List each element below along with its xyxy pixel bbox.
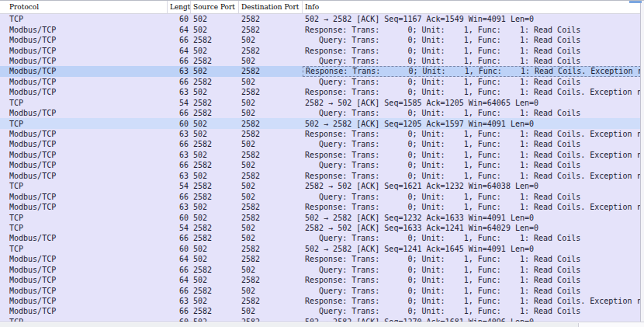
table-row[interactable]: Modbus/TCP 63 502 2582 Response: Trans: …	[0, 66, 641, 76]
table-row[interactable]: Modbus/TCP 66 2582 502 Query: Trans: 0; …	[0, 139, 641, 149]
cell-source-port: 502	[191, 14, 239, 24]
column-header-info[interactable]: Info	[303, 1, 641, 13]
cell-length: 66	[168, 306, 191, 316]
cell-source-port: 2582	[191, 98, 239, 108]
table-row[interactable]: Modbus/TCP 63 502 2582 Response: Trans: …	[0, 150, 641, 160]
table-row[interactable]: Modbus/TCP 66 2582 502 Query: Trans: 0; …	[0, 233, 641, 243]
cell-length: 54	[168, 223, 191, 233]
cell-destination-port: 502	[239, 181, 303, 191]
table-row[interactable]: Modbus/TCP 66 2582 502 Query: Trans: 0; …	[0, 77, 641, 87]
cell-protocol: Modbus/TCP	[0, 191, 168, 201]
cell-protocol: Modbus/TCP	[0, 233, 168, 243]
cell-protocol: Modbus/TCP	[0, 306, 168, 316]
vertical-scrollbar-thumb[interactable]	[629, 1, 642, 3]
cell-protocol: Modbus/TCP	[0, 56, 168, 66]
cell-protocol: Modbus/TCP	[0, 108, 168, 118]
table-row[interactable]: TCP 60 502 2582 502 → 2582 [ACK] Seq=116…	[0, 14, 641, 24]
cell-protocol: Modbus/TCP	[0, 139, 168, 149]
column-header-length[interactable]: Length	[168, 1, 191, 13]
cell-info: 502 → 2582 [ACK] Seq=1241 Ack=1645 Win=4…	[303, 244, 641, 254]
cell-source-port: 2582	[191, 160, 239, 170]
cell-length: 64	[168, 24, 191, 34]
table-row[interactable]: TCP 54 2582 502 2582 → 502 [ACK] Seq=162…	[0, 181, 641, 191]
table-row[interactable]: TCP 60 502 2582 502 → 2582 [ACK] Seq=123…	[0, 212, 641, 222]
cell-length: 66	[168, 233, 191, 243]
cell-length: 64	[168, 45, 191, 55]
cell-destination-port: 502	[239, 108, 303, 118]
horizontal-scrollbar[interactable]	[0, 322, 644, 327]
table-row[interactable]: Modbus/TCP 66 2582 502 Query: Trans: 0; …	[0, 35, 641, 45]
cell-length: 66	[168, 77, 191, 87]
table-row[interactable]: Modbus/TCP 63 502 2582 Response: Trans: …	[0, 171, 641, 181]
table-row[interactable]: Modbus/TCP 66 2582 502 Query: Trans: 0; …	[0, 306, 641, 316]
table-row[interactable]: Modbus/TCP 66 2582 502 Query: Trans: 0; …	[0, 265, 641, 275]
table-row[interactable]: Modbus/TCP 66 2582 502 Query: Trans: 0; …	[0, 285, 641, 295]
cell-protocol: Modbus/TCP	[0, 202, 168, 212]
cell-length: 54	[168, 98, 191, 108]
vertical-scrollbar[interactable]	[640, 1, 644, 322]
cell-destination-port: 2582	[239, 171, 303, 181]
cell-length: 63	[168, 202, 191, 212]
table-row[interactable]: Modbus/TCP 66 2582 502 Query: Trans: 0; …	[0, 160, 641, 170]
cell-info: Query: Trans: 0; Unit: 1, Func: 1: Read …	[303, 35, 641, 45]
table-row[interactable]: Modbus/TCP 64 502 2582 Response: Trans: …	[0, 24, 641, 34]
table-row[interactable]: Modbus/TCP 63 502 2582 Response: Trans: …	[0, 129, 641, 139]
cell-protocol: Modbus/TCP	[0, 77, 168, 87]
cell-protocol: Modbus/TCP	[0, 296, 168, 306]
cell-destination-port: 502	[239, 139, 303, 149]
column-header-protocol[interactable]: Protocol	[0, 1, 168, 13]
cell-protocol: Modbus/TCP	[0, 87, 168, 97]
cell-length: 60	[168, 14, 191, 24]
cell-destination-port: 502	[239, 191, 303, 201]
cell-source-port: 2582	[191, 265, 239, 275]
cell-info: Response: Trans: 0; Unit: 1, Func: 1: Re…	[303, 129, 641, 139]
table-row[interactable]: TCP 60 502 2582 502 → 2582 [ACK] Seq=120…	[0, 118, 641, 128]
cell-info: Response: Trans: 0; Unit: 1, Func: 1: Re…	[303, 45, 641, 55]
cell-source-port: 502	[191, 150, 239, 160]
table-row[interactable]: Modbus/TCP 64 502 2582 Response: Trans: …	[0, 275, 641, 285]
table-row[interactable]: Modbus/TCP 63 502 2582 Response: Trans: …	[0, 296, 641, 306]
cell-length: 66	[168, 191, 191, 201]
cell-destination-port: 2582	[239, 66, 303, 76]
cell-protocol: Modbus/TCP	[0, 254, 168, 264]
cell-destination-port: 502	[239, 56, 303, 66]
table-row[interactable]: TCP 54 2582 502 2582 → 502 [ACK] Seq=158…	[0, 98, 641, 108]
cell-info: 2582 → 502 [ACK] Seq=1633 Ack=1241 Win=6…	[303, 223, 641, 233]
table-row[interactable]: Modbus/TCP 66 2582 502 Query: Trans: 0; …	[0, 191, 641, 201]
cell-info: Query: Trans: 0; Unit: 1, Func: 1: Read …	[303, 56, 641, 66]
cell-info: Response: Trans: 0; Unit: 1, Func: 1: Re…	[303, 254, 641, 264]
cell-protocol: TCP	[0, 212, 168, 222]
cell-length: 60	[168, 244, 191, 254]
cell-destination-port: 2582	[239, 150, 303, 160]
table-row[interactable]: Modbus/TCP 66 2582 502 Query: Trans: 0; …	[0, 108, 641, 118]
cell-protocol: TCP	[0, 181, 168, 191]
horizontal-scrollbar-thumb[interactable]	[0, 323, 579, 327]
cell-source-port: 502	[191, 118, 239, 128]
cell-info: Response: Trans: 0; Unit: 1, Func: 1: Re…	[303, 296, 641, 306]
cell-info: 502 → 2582 [ACK] Seq=1167 Ack=1549 Win=4…	[303, 14, 641, 24]
table-row[interactable]: Modbus/TCP 63 502 2582 Response: Trans: …	[0, 87, 641, 97]
cell-protocol: Modbus/TCP	[0, 66, 168, 76]
table-row[interactable]: Modbus/TCP 64 502 2582 Response: Trans: …	[0, 45, 641, 55]
cell-length: 66	[168, 160, 191, 170]
cell-protocol: Modbus/TCP	[0, 171, 168, 181]
cell-info: Query: Trans: 0; Unit: 1, Func: 1: Read …	[303, 77, 641, 87]
cell-length: 54	[168, 181, 191, 191]
column-header-source-port[interactable]: Source Port	[191, 1, 239, 13]
cell-length: 63	[168, 66, 191, 76]
table-row[interactable]: TCP 54 2582 502 2582 → 502 [ACK] Seq=163…	[0, 223, 641, 233]
cell-info: 502 → 2582 [ACK] Seq=1205 Ack=1597 Win=4…	[303, 118, 641, 128]
cell-info: Response: Trans: 0; Unit: 1, Func: 1: Re…	[303, 202, 641, 212]
cell-protocol: Modbus/TCP	[0, 150, 168, 160]
cell-info: 502 → 2582 [ACK] Seq=1232 Ack=1633 Win=4…	[303, 212, 641, 222]
table-row[interactable]: Modbus/TCP 63 502 2582 Response: Trans: …	[0, 202, 641, 212]
cell-info: Response: Trans: 0; Unit: 1, Func: 1: Re…	[303, 171, 641, 181]
table-row[interactable]: Modbus/TCP 64 502 2582 Response: Trans: …	[0, 254, 641, 264]
table-row[interactable]: TCP 60 502 2582 502 → 2582 [ACK] Seq=124…	[0, 244, 641, 254]
cell-destination-port: 502	[239, 285, 303, 295]
table-row[interactable]: Modbus/TCP 66 2582 502 Query: Trans: 0; …	[0, 56, 641, 66]
column-header-destination-port[interactable]: Destination Port	[239, 1, 303, 13]
cell-info: Query: Trans: 0; Unit: 1, Func: 1: Read …	[303, 233, 641, 243]
cell-destination-port: 2582	[239, 45, 303, 55]
cell-source-port: 502	[191, 202, 239, 212]
